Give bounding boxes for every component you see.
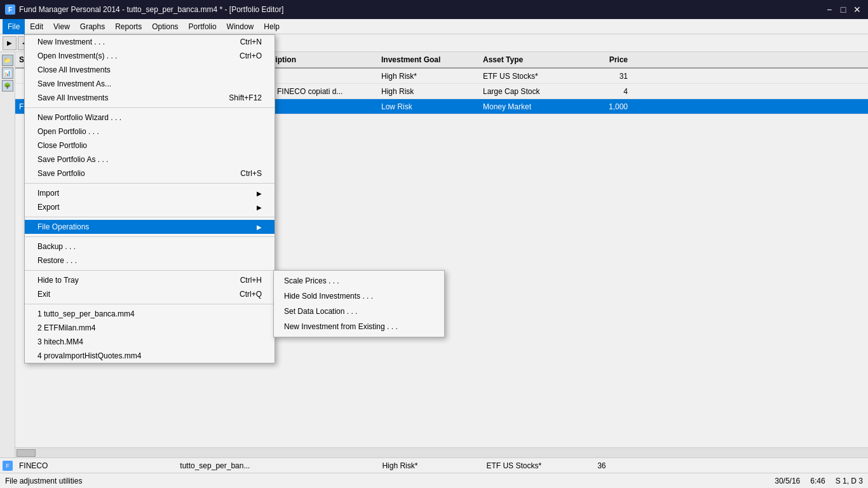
menu-open-investment[interactable]: Open Investment(s) . . . Ctrl+O	[25, 49, 275, 63]
bottom-price: 36	[597, 461, 606, 470]
status-bar: File adjustment utilities 30/5/16 6:46 S…	[0, 473, 868, 488]
cell-asset-1: ETF US Stocks*	[479, 72, 581, 81]
recent-file-1-label: 1 tutto_sep_per_banca.mm4	[37, 309, 135, 318]
new-investment-label: New Investment . . .	[37, 37, 105, 46]
exit-shortcut: Ctrl+Q	[240, 290, 262, 299]
menu-view[interactable]: View	[48, 19, 75, 34]
recent-file-3[interactable]: 3 hitech.MM4	[25, 335, 275, 349]
close-portfolio-label: Close Portfolio	[37, 141, 87, 150]
title-bar: F Fund Manager Personal 2014 - tutto_sep…	[0, 0, 868, 19]
menu-options[interactable]: Options	[147, 19, 183, 34]
app-icon: F	[5, 4, 15, 15]
export-arrow: ▶	[257, 204, 262, 211]
bottom-info-bar: F FINECO tutto_sep_per_ban... High Risk*…	[0, 458, 868, 473]
menu-export[interactable]: Export ▶	[25, 200, 275, 217]
minimize-button[interactable]: −	[824, 4, 835, 15]
window-controls: − □ ✕	[824, 4, 863, 15]
save-all-label: Save All Investments	[37, 93, 108, 102]
import-arrow: ▶	[257, 190, 262, 197]
menu-save-portfolio[interactable]: Save Portfolio Ctrl+S	[25, 166, 275, 184]
menu-new-portfolio-wizard[interactable]: New Portfolio Wizard . . .	[25, 111, 275, 125]
menu-bar: File Edit View Graphs Reports Options Po…	[0, 19, 868, 34]
menu-hide-to-tray[interactable]: Hide to Tray Ctrl+H	[25, 273, 275, 287]
status-info: S 1, D 3	[836, 477, 863, 485]
file-operations-label: File Operations	[37, 222, 89, 231]
file-menu-dropdown: New Investment . . . Ctrl+N Open Investm…	[24, 34, 275, 363]
menu-import[interactable]: Import ▶	[25, 186, 275, 200]
open-investment-label: Open Investment(s) . . .	[37, 51, 117, 60]
recent-file-2[interactable]: 2 ETFMilan.mm4	[25, 321, 275, 335]
side-icon-1[interactable]: 📁	[2, 55, 13, 66]
close-button[interactable]: ✕	[851, 4, 863, 15]
cell-asset-2: Large Cap Stock	[479, 87, 581, 96]
app-icon-letter: F	[8, 6, 12, 13]
bottom-assettype: ETF US Stocks*	[486, 461, 541, 470]
menu-file-operations[interactable]: File Operations ▶	[25, 220, 275, 234]
file-operations-submenu: Scale Prices . . . Hide Sold Investments…	[273, 270, 445, 337]
hscroll-bar[interactable]	[15, 447, 868, 458]
cell-price-2: 4	[581, 87, 632, 96]
bottom-symbol: FINECO	[19, 461, 48, 470]
menu-reports[interactable]: Reports	[110, 19, 147, 34]
file-operations-arrow: ▶	[257, 224, 262, 231]
col-header-goal: Investment Goal	[377, 55, 479, 64]
cell-price-3: 1,000	[581, 102, 632, 111]
menu-graphs[interactable]: Graphs	[75, 19, 110, 34]
recent-file-2-label: 2 ETFMilan.mm4	[37, 323, 95, 332]
hide-sold-label: Hide Sold Investments . . .	[284, 292, 373, 301]
title-bar-left: F Fund Manager Personal 2014 - tutto_sep…	[5, 4, 283, 15]
status-message: File adjustment utilities	[5, 477, 82, 485]
new-portfolio-wizard-label: New Portfolio Wizard . . .	[37, 113, 121, 122]
bottom-goal: High Risk*	[382, 461, 417, 470]
menu-close-portfolio[interactable]: Close Portfolio	[25, 139, 275, 152]
submenu-set-data-location[interactable]: Set Data Location . . .	[274, 304, 444, 319]
col-header-assettype: Asset Type	[479, 55, 581, 64]
col-header-price: Price	[581, 55, 632, 64]
set-data-location-label: Set Data Location . . .	[284, 307, 357, 316]
menu-save-portfolio-as[interactable]: Save Portfolio As . . .	[25, 152, 275, 166]
scale-prices-label: Scale Prices . . .	[284, 276, 339, 285]
bottom-filename: tutto_sep_per_ban...	[180, 461, 250, 470]
open-investment-shortcut: Ctrl+O	[240, 51, 262, 60]
menu-restore[interactable]: Restore . . .	[25, 254, 275, 271]
menu-help[interactable]: Help	[259, 19, 285, 34]
side-icon-2[interactable]: 📊	[2, 67, 13, 79]
menu-window[interactable]: Window	[222, 19, 259, 34]
submenu-new-from-existing[interactable]: New Investment from Existing . . .	[274, 319, 444, 334]
menu-new-investment[interactable]: New Investment . . . Ctrl+N	[25, 35, 275, 49]
recent-file-4-label: 4 provaImportHistQuotes.mm4	[37, 351, 141, 360]
hide-to-tray-label: Hide to Tray	[37, 276, 79, 285]
hide-to-tray-shortcut: Ctrl+H	[240, 276, 262, 285]
close-all-label: Close All Investments	[37, 65, 111, 74]
cell-price-1: 31	[581, 72, 632, 81]
app-title: Fund Manager Personal 2014 - tutto_sep_p…	[19, 5, 283, 14]
save-portfolio-shortcut: Ctrl+S	[240, 169, 262, 178]
maximize-button[interactable]: □	[837, 4, 849, 15]
bottom-app-icon: F	[3, 461, 13, 471]
menu-save-all-investments[interactable]: Save All Investments Shift+F12	[25, 91, 275, 108]
menu-save-investment-as[interactable]: Save Investment As...	[25, 77, 275, 91]
menu-open-portfolio[interactable]: Open Portfolio . . .	[25, 125, 275, 139]
restore-label: Restore . . .	[37, 256, 77, 265]
menu-close-all[interactable]: Close All Investments	[25, 63, 275, 77]
export-label: Export	[37, 203, 60, 212]
side-icon-3[interactable]: 🌳	[2, 80, 13, 92]
menu-portfolio[interactable]: Portfolio	[184, 19, 222, 34]
menu-file[interactable]: File	[3, 19, 25, 34]
open-portfolio-label: Open Portfolio . . .	[37, 127, 99, 136]
menu-exit[interactable]: Exit Ctrl+Q	[25, 287, 275, 304]
recent-file-1[interactable]: 1 tutto_sep_per_banca.mm4	[25, 307, 275, 321]
recent-file-4[interactable]: 4 provaImportHistQuotes.mm4	[25, 349, 275, 363]
menu-backup[interactable]: Backup . . .	[25, 240, 275, 254]
save-portfolio-as-label: Save Portfolio As . . .	[37, 155, 108, 164]
toolbar-btn-1[interactable]: ▶	[3, 36, 17, 50]
cell-goal-1: High Risk*	[377, 72, 479, 81]
menu-edit[interactable]: Edit	[25, 19, 48, 34]
submenu-scale-prices[interactable]: Scale Prices . . .	[274, 273, 444, 288]
new-investment-shortcut: Ctrl+N	[240, 37, 262, 46]
save-portfolio-label: Save Portfolio	[37, 169, 85, 178]
exit-label: Exit	[37, 290, 50, 299]
submenu-hide-sold[interactable]: Hide Sold Investments . . .	[274, 288, 444, 304]
status-date: 30/5/16	[775, 477, 800, 485]
save-all-shortcut: Shift+F12	[229, 93, 262, 102]
